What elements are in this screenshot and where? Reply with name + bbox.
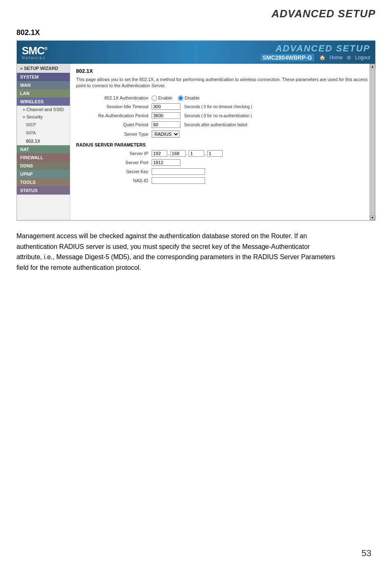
- reauth-hint: Seconds ( 0 for no re-authentication ): [184, 114, 252, 118]
- content-title: 802.1X: [76, 68, 369, 74]
- sidebar-item-firewall[interactable]: FIREWALL: [17, 153, 70, 162]
- nas-id-input[interactable]: [152, 177, 205, 184]
- server-port-row: Server Port: [76, 158, 369, 167]
- ip-octet-3[interactable]: [189, 150, 204, 157]
- server-ip-label: Server IP: [76, 149, 150, 158]
- form-table: 802.1X Authentication Enable Disable: [76, 94, 369, 139]
- ip-octet-1[interactable]: [152, 150, 167, 157]
- nas-id-value-cell: [150, 176, 369, 185]
- sidebar-item-wpa[interactable]: WPA: [17, 129, 70, 137]
- router-ui: SMC® Networks ADVANCED SETUP SMC2804WBRP…: [16, 40, 376, 221]
- reauth-value-cell: Seconds ( 0 for no re-authentication ): [150, 111, 369, 120]
- quiet-period-value-cell: Seconds after authentication failed: [150, 120, 369, 129]
- secret-key-value-cell: [150, 167, 369, 176]
- reauth-row: Re-Authentication Period Seconds ( 0 for…: [76, 111, 369, 120]
- page-header: ADVANCED SETUP: [0, 0, 392, 24]
- sidebar-item-status[interactable]: STATUS: [17, 186, 70, 195]
- main-layout: » SETUP WIZARD SYSTEM WAN LAN WIRELESS »…: [17, 64, 375, 220]
- reauth-label: Re-Authentication Period: [76, 111, 150, 120]
- server-port-input[interactable]: [152, 159, 180, 166]
- auth-value: Enable Disable: [150, 94, 369, 102]
- server-ip-row: Server IP . . .: [76, 149, 369, 158]
- disable-radio[interactable]: [178, 95, 183, 101]
- logout-icon: ⊙: [347, 55, 351, 60]
- disable-label: Disable: [184, 95, 200, 100]
- quiet-period-label: Quiet Period: [76, 120, 150, 129]
- nas-id-row: NAS-ID: [76, 176, 369, 185]
- enable-radio-label[interactable]: Enable: [152, 95, 172, 101]
- sidebar: » SETUP WIZARD SYSTEM WAN LAN WIRELESS »…: [17, 64, 70, 220]
- sidebar-item-setup-wizard[interactable]: » SETUP WIZARD: [17, 64, 70, 73]
- scroll-thumb[interactable]: [371, 70, 375, 214]
- sidebar-item-tools[interactable]: TOOLS: [17, 178, 70, 186]
- enable-label: Enable: [158, 95, 172, 100]
- content-description: This page allows you to set the 802.1X, …: [76, 77, 369, 89]
- scroll-down[interactable]: ▼: [370, 215, 375, 220]
- sidebar-item-system[interactable]: SYSTEM: [17, 73, 70, 81]
- quiet-period-input[interactable]: [152, 121, 180, 128]
- server-type-value-cell: RADIUS: [150, 129, 369, 139]
- server-type-label: Server Type: [76, 129, 150, 139]
- sidebar-item-8021x[interactable]: 802.1X: [17, 137, 70, 145]
- server-type-select[interactable]: RADIUS: [152, 130, 180, 138]
- sidebar-item-wan[interactable]: WAN: [17, 81, 70, 89]
- home-icon: 🏠: [319, 55, 325, 60]
- server-port-value-cell: [150, 158, 369, 167]
- disable-radio-label[interactable]: Disable: [178, 95, 200, 101]
- server-ip-value-cell: . . .: [150, 149, 369, 158]
- smc-networks: Networks: [22, 56, 47, 60]
- content-area: ▲ ▼ 802.1X This page allows you to set t…: [70, 64, 375, 220]
- session-timeout-label: Session Idle Timeout: [76, 102, 150, 111]
- nas-id-label: NAS-ID: [76, 176, 150, 185]
- smc-header: SMC® Networks ADVANCED SETUP SMC2804WBRP…: [17, 41, 375, 64]
- enable-radio[interactable]: [152, 95, 157, 101]
- quiet-period-row: Quiet Period Seconds after authenticatio…: [76, 120, 369, 129]
- session-timeout-input[interactable]: [152, 103, 180, 110]
- sidebar-item-ddns[interactable]: DDNS: [17, 162, 70, 170]
- quiet-period-hint: Seconds after authentication failed: [184, 123, 247, 127]
- section-title: 802.1X: [0, 24, 392, 40]
- sidebar-item-lan[interactable]: LAN: [17, 89, 70, 97]
- ip-octet-2[interactable]: [170, 150, 186, 157]
- body-text: Management access will be checked agains…: [0, 221, 353, 281]
- scroll-up[interactable]: ▲: [370, 64, 375, 69]
- session-timeout-value-cell: Seconds ( 0 for no timeout checking ): [150, 102, 369, 111]
- ip-group: . . .: [152, 150, 368, 157]
- smc-nav-links: 🏠 Home ⊙ Logout: [319, 55, 370, 60]
- sidebar-item-security[interactable]: » Security: [17, 113, 70, 121]
- server-type-row: Server Type RADIUS: [76, 129, 369, 139]
- sidebar-item-wireless[interactable]: WIRELESS: [17, 97, 70, 106]
- radius-form-table: Server IP . . . Server: [76, 149, 369, 185]
- secret-key-input[interactable]: [152, 168, 205, 175]
- session-timeout-row: Session Idle Timeout Seconds ( 0 for no …: [76, 102, 369, 111]
- page-number: 53: [362, 548, 371, 559]
- logout-link[interactable]: Logout: [355, 55, 370, 60]
- smc-logo-group: SMC® Networks: [22, 44, 47, 60]
- reauth-input[interactable]: [152, 112, 180, 119]
- smc-model: SMC2804WBRP-G: [260, 54, 315, 61]
- auth-label: 802.1X Authentication: [76, 94, 150, 102]
- home-link[interactable]: Home: [330, 55, 343, 60]
- session-timeout-hint: Seconds ( 0 for no timeout checking ): [184, 104, 252, 109]
- auth-row: 802.1X Authentication Enable Disable: [76, 94, 369, 102]
- auth-radio-group: Enable Disable: [152, 95, 368, 101]
- secret-key-label: Secret Key: [76, 167, 150, 176]
- advanced-setup-banner: ADVANCED SETUP: [275, 43, 370, 54]
- ip-octet-4[interactable]: [207, 150, 223, 157]
- sidebar-item-wep[interactable]: WEP: [17, 121, 70, 129]
- scrollbar[interactable]: ▲ ▼: [369, 64, 375, 220]
- header-title: ADVANCED SETUP: [272, 7, 376, 20]
- sidebar-item-nat[interactable]: NAT: [17, 145, 70, 153]
- sidebar-item-upnp[interactable]: UPnP: [17, 170, 70, 178]
- smc-title-right: ADVANCED SETUP SMC2804WBRP-G 🏠 Home ⊙ Lo…: [260, 43, 370, 61]
- smc-model-row: SMC2804WBRP-G 🏠 Home ⊙ Logout: [260, 54, 370, 61]
- radius-params-heading: RADIUS Server Parameters: [76, 142, 369, 147]
- secret-key-row: Secret Key: [76, 167, 369, 176]
- server-port-label: Server Port: [76, 158, 150, 167]
- sidebar-item-channel-ssid[interactable]: » Channel and SSID: [17, 106, 70, 113]
